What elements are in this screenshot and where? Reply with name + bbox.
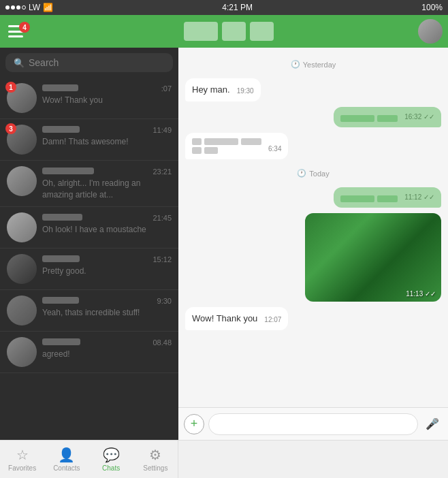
chat-item[interactable]: 9:30 Yeah, thats incredible stuff! <box>0 290 178 332</box>
image-placeholder <box>305 213 441 302</box>
chat-preview: agreed! <box>42 349 172 360</box>
bubble-time: 6:34 <box>268 144 281 154</box>
bubble-time: 12:07 <box>264 315 281 325</box>
tab-bar: ☆ Favorites 👤 Contacts 💬 Chats ⚙ Setting… <box>0 440 448 478</box>
bubble-time: 16:32 ✓✓ <box>404 112 434 122</box>
chat-panel: 🕐Yesterday Hey man. 19:30 16:32 ✓✓ <box>178 48 448 440</box>
avatar-wrap <box>7 296 37 325</box>
chat-item[interactable]: 08.48 agreed! <box>0 332 178 373</box>
chat-time: 11:49 <box>153 126 172 134</box>
avatar <box>7 296 37 325</box>
bubble-sent: 11:12 ✓✓ <box>334 187 441 208</box>
chat-name-row: 11:49 <box>42 125 172 135</box>
messages-area: 🕐Yesterday Hey man. 19:30 16:32 ✓✓ <box>178 48 448 407</box>
chat-name-row: 9:30 <box>42 296 172 306</box>
chat-time: 08.48 <box>153 338 172 347</box>
unread-badge: 1 <box>5 82 16 93</box>
chat-item[interactable]: 23:21 Oh, alright... I'm reading an amaz… <box>0 161 178 207</box>
user-avatar[interactable] <box>418 19 443 44</box>
top-nav-bar: 4 <box>0 15 448 48</box>
chat-item[interactable]: 15:12 Pretty good. <box>0 249 178 290</box>
image-time-overlay: 11:13 ✓✓ <box>406 290 436 298</box>
date-text: Yesterday <box>303 61 336 69</box>
message-row-received: 6:34 <box>185 133 441 159</box>
contact-pill-3[interactable] <box>250 22 274 41</box>
chat-time: 23:21 <box>153 168 172 176</box>
chat-time: 15:12 <box>153 255 172 264</box>
chat-time: 21:45 <box>153 214 172 222</box>
tab-bar-left: ☆ Favorites 👤 Contacts 💬 Chats ⚙ Setting… <box>0 441 178 478</box>
contact-pill-2[interactable] <box>222 22 246 41</box>
tab-label: Contacts <box>53 464 80 472</box>
message-text <box>340 115 398 122</box>
tab-favorites[interactable]: ☆ Favorites <box>0 441 44 478</box>
date-label: 🕐Today <box>185 169 441 178</box>
message-row-sent: 11:12 ✓✓ <box>185 187 441 208</box>
tab-chats[interactable]: 💬 Chats <box>89 441 133 478</box>
chat-preview: Oh look! I have a moustache <box>42 224 172 236</box>
tab-label: Chats <box>102 464 120 472</box>
search-bar[interactable]: 🔍 Search <box>5 53 173 72</box>
image-bubble: 11:13 ✓✓ <box>305 213 441 302</box>
chat-name-row: 08.48 <box>42 337 172 347</box>
chat-preview: Damn! Thats awesome! <box>42 136 172 148</box>
avatar <box>7 337 37 367</box>
message-row-received: Wow! Thank you 12:07 <box>185 307 441 330</box>
avatar-wrap <box>7 166 37 196</box>
chat-name <box>42 83 78 93</box>
message-text <box>340 195 398 202</box>
tab-contacts[interactable]: 👤 Contacts <box>44 441 89 478</box>
avatar-wrap: 3 <box>7 125 37 155</box>
chat-item[interactable]: 21:45 Oh look! I have a moustache <box>0 207 178 249</box>
bubble-content: 11:12 ✓✓ <box>340 193 434 202</box>
chat-info: 11:49 Damn! Thats awesome! <box>42 125 172 148</box>
signal-dots <box>5 5 26 10</box>
add-button[interactable]: + <box>184 414 204 434</box>
chat-info: 9:30 Yeah, thats incredible stuff! <box>42 296 172 319</box>
chat-preview: Wow! Thank you <box>42 95 172 106</box>
mic-button[interactable]: 🎤 <box>422 414 443 434</box>
chat-info: :07 Wow! Thank you <box>42 83 172 106</box>
chat-name-row: 23:21 <box>42 166 172 176</box>
chat-info: 21:45 Oh look! I have a moustache <box>42 212 172 236</box>
avatar-wrap <box>7 254 37 284</box>
avatar <box>7 254 37 284</box>
chat-info: 15:12 Pretty good. <box>42 254 172 277</box>
tab-settings[interactable]: ⚙ Settings <box>133 441 178 478</box>
chat-name-row: 15:12 <box>42 254 172 264</box>
chat-time: 9:30 <box>157 297 172 305</box>
message-row-sent: 16:32 ✓✓ <box>185 107 441 127</box>
avatar-wrap: 1 <box>7 83 37 113</box>
dot3 <box>16 5 20 10</box>
sidebar: 🔍 Search 1 :07 Wow! Thank you 3 <box>0 48 178 440</box>
contact-pill-1[interactable] <box>184 22 218 41</box>
message-text: Hey man. <box>192 84 230 96</box>
chat-time: :07 <box>161 84 172 93</box>
bubble-received: Hey man. 19:30 <box>185 78 261 101</box>
clock-icon: 🕐 <box>291 60 300 69</box>
time-label: 4:21 PM <box>222 3 253 12</box>
chat-name <box>42 337 80 347</box>
dot4 <box>22 5 26 10</box>
top-bar-left: 4 <box>5 25 184 37</box>
message-text: Wow! Thank you <box>192 313 257 325</box>
chat-name <box>42 296 79 306</box>
clock-icon: 🕐 <box>297 169 306 178</box>
bubble-sent: 16:32 ✓✓ <box>334 107 441 127</box>
message-input[interactable] <box>208 413 418 435</box>
search-icon: 🔍 <box>14 58 25 68</box>
date-text: Today <box>309 170 329 178</box>
bubble-time: 11:12 ✓✓ <box>404 193 434 202</box>
search-label: Search <box>29 57 59 68</box>
bubble-time: 19:30 <box>237 86 254 96</box>
chat-item[interactable]: 3 11:49 Damn! Thats awesome! <box>0 119 178 161</box>
input-bar: + 🎤 <box>178 407 448 440</box>
chat-info: 23:21 Oh, alright... I'm reading an amaz… <box>42 166 172 201</box>
menu-badge: 4 <box>19 22 30 33</box>
avatar-wrap <box>7 212 37 242</box>
bubble-content: 16:32 ✓✓ <box>340 112 434 122</box>
tab-icon: 💬 <box>103 447 120 463</box>
chat-item[interactable]: 1 :07 Wow! Thank you <box>0 78 178 119</box>
chat-name <box>42 166 94 176</box>
tab-icon: ⚙ <box>149 447 161 463</box>
